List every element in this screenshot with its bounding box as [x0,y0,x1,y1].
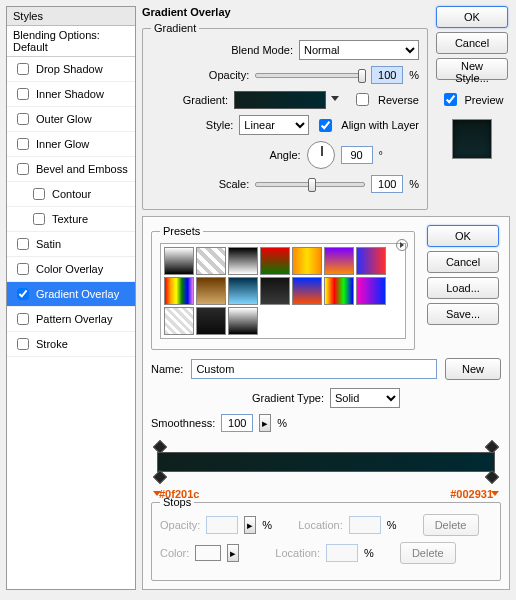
style-item-checkbox[interactable] [17,88,29,100]
blend-mode-select[interactable]: Normal [299,40,419,60]
preset-swatch[interactable] [228,247,258,275]
cancel-button[interactable]: Cancel [436,32,508,54]
gradient-swatch[interactable] [234,91,326,109]
style-item-color-overlay[interactable]: Color Overlay [7,257,135,282]
style-item-stroke[interactable]: Stroke [7,332,135,357]
gradient-bar[interactable] [157,452,495,472]
blending-options[interactable]: Blending Options: Default [7,26,135,57]
preset-swatch[interactable] [260,247,290,275]
delete-opacity-stop-button[interactable]: Delete [423,514,479,536]
preset-swatch[interactable] [196,277,226,305]
style-item-label: Texture [52,213,88,225]
color-stop-right[interactable] [485,470,499,484]
preset-swatch[interactable] [260,277,290,305]
preview-swatch [452,119,492,159]
opacity-slider[interactable] [255,73,365,78]
stop-location-input[interactable] [349,516,381,534]
new-style-button[interactable]: New Style... [436,58,508,80]
style-label: Style: [167,119,233,131]
stop-color-location-input[interactable] [326,544,358,562]
stop-color-swatch[interactable] [195,545,221,561]
name-input[interactable] [191,359,437,379]
preset-swatch[interactable] [228,277,258,305]
preset-swatch[interactable] [196,247,226,275]
load-button[interactable]: Load... [427,277,499,299]
style-item-inner-glow[interactable]: Inner Glow [7,132,135,157]
angle-dial[interactable] [307,141,335,169]
align-checkbox[interactable] [319,119,332,132]
gradient-type-select[interactable]: Solid [330,388,400,408]
delete-color-stop-button[interactable]: Delete [400,542,456,564]
presets-menu-icon[interactable] [396,239,408,251]
preset-swatch[interactable] [324,277,354,305]
style-item-checkbox[interactable] [17,313,29,325]
layer-style-dialog: Styles Blending Options: Default Drop Sh… [6,6,510,590]
style-item-checkbox[interactable] [17,138,29,150]
stops-fieldset: Stops Opacity: ▸ % Location: % Delete Co… [151,496,501,581]
row-opacity: Opacity: % [151,66,419,84]
style-item-texture[interactable]: Texture [7,207,135,232]
preset-swatch[interactable] [356,277,386,305]
style-item-checkbox[interactable] [17,163,29,175]
stop-opacity-stepper[interactable]: ▸ [244,516,256,534]
scale-slider[interactable] [255,182,365,187]
style-item-checkbox[interactable] [17,63,29,75]
preset-swatch[interactable] [228,307,258,335]
gradient-editor: Presets OK Cancel Load... Save... Name: … [142,216,510,590]
stop-opacity-input[interactable] [206,516,238,534]
stop-opacity-label: Opacity: [160,519,200,531]
style-select[interactable]: Linear [239,115,309,135]
angle-input[interactable] [341,146,373,164]
scale-input[interactable] [371,175,403,193]
new-button[interactable]: New [445,358,501,380]
main-column: Gradient Overlay Gradient Blend Mode: No… [142,6,510,590]
style-item-checkbox[interactable] [17,288,29,300]
style-item-gradient-overlay[interactable]: Gradient Overlay [7,282,135,307]
editor-ok-button[interactable]: OK [427,225,499,247]
smoothness-input[interactable] [221,414,253,432]
preset-swatch[interactable] [164,277,194,305]
preset-swatch[interactable] [292,277,322,305]
style-item-pattern-overlay[interactable]: Pattern Overlay [7,307,135,332]
opacity-input[interactable] [371,66,403,84]
stop-opacity-unit: % [262,519,272,531]
style-item-label: Outer Glow [36,113,92,125]
reverse-checkbox[interactable] [356,93,369,106]
row-scale: Scale: % [151,175,419,193]
button-column-1: OK Cancel New Style... Preview [434,6,510,159]
style-item-checkbox[interactable] [17,263,29,275]
hex-right: #002931 [450,488,493,500]
style-item-satin[interactable]: Satin [7,232,135,257]
style-item-inner-shadow[interactable]: Inner Shadow [7,82,135,107]
hex-left: #0f201c [159,488,199,500]
style-item-bevel-and-emboss[interactable]: Bevel and Emboss [7,157,135,182]
style-item-drop-shadow[interactable]: Drop Shadow [7,57,135,82]
preset-swatch[interactable] [356,247,386,275]
preset-swatch[interactable] [164,307,194,335]
gradient-fieldset: Gradient Blend Mode: Normal Opacity: % [142,22,428,210]
stop-color-stepper[interactable]: ▸ [227,544,239,562]
style-item-checkbox[interactable] [33,188,45,200]
preset-swatch[interactable] [164,247,194,275]
preset-swatch[interactable] [196,307,226,335]
styles-list: Drop ShadowInner ShadowOuter GlowInner G… [7,57,135,357]
smoothness-stepper[interactable]: ▸ [259,414,271,432]
style-item-checkbox[interactable] [17,238,29,250]
ok-button[interactable]: OK [436,6,508,28]
preview-checkbox[interactable] [444,93,457,106]
save-button[interactable]: Save... [427,303,499,325]
style-item-checkbox[interactable] [17,338,29,350]
stop-color-location-unit: % [364,547,374,559]
style-item-checkbox[interactable] [17,113,29,125]
row-angle: Angle: ° [151,141,419,169]
editor-cancel-button[interactable]: Cancel [427,251,499,273]
style-item-checkbox[interactable] [33,213,45,225]
color-stop-left[interactable] [153,470,167,484]
preset-swatch[interactable] [292,247,322,275]
preset-grid [160,243,406,339]
opacity-unit: % [409,69,419,81]
style-item-contour[interactable]: Contour [7,182,135,207]
style-item-outer-glow[interactable]: Outer Glow [7,107,135,132]
preset-swatch[interactable] [324,247,354,275]
style-item-label: Color Overlay [36,263,103,275]
